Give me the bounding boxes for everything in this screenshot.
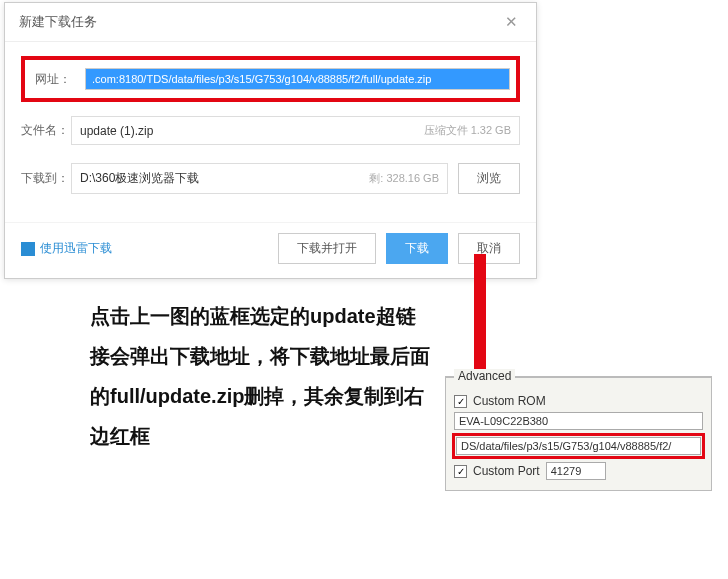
path-row: 下载到： D:\360极速浏览器下载 剩: 328.16 GB 浏览	[21, 163, 520, 194]
close-icon[interactable]: ✕	[499, 11, 524, 33]
xunlei-label: 使用迅雷下载	[40, 240, 112, 257]
custom-rom-checkbox[interactable]: ✓	[454, 395, 467, 408]
dialog-title: 新建下载任务	[19, 13, 97, 31]
custom-port-input[interactable]: 41279	[546, 462, 606, 480]
rom-path-highlight: DS/data/files/p3/s15/G753/g104/v88885/f2…	[452, 433, 705, 459]
path-label: 下载到：	[21, 170, 71, 187]
url-input[interactable]	[85, 68, 510, 90]
filename-row: 文件名： update (1).zip 压缩文件 1.32 GB	[21, 116, 520, 145]
rom-path-input[interactable]: DS/data/files/p3/s15/G753/g104/v88885/f2…	[456, 437, 701, 455]
path-hint: 剩: 328.16 GB	[369, 171, 439, 186]
custom-port-checkbox[interactable]: ✓	[454, 465, 467, 478]
rom-name-row: EVA-L09C22B380	[446, 410, 711, 432]
path-value: D:\360极速浏览器下载	[80, 170, 199, 187]
filename-value: update (1).zip	[80, 124, 153, 138]
download-button[interactable]: 下载	[386, 233, 448, 264]
browse-button[interactable]: 浏览	[458, 163, 520, 194]
url-row-highlight: 网址：	[21, 56, 520, 102]
custom-rom-label: Custom ROM	[473, 394, 546, 408]
xunlei-icon	[21, 242, 35, 256]
url-label: 网址：	[35, 71, 85, 88]
custom-port-row: ✓ Custom Port 41279	[446, 460, 711, 482]
custom-port-label: Custom Port	[473, 464, 540, 478]
filename-input[interactable]: update (1).zip 压缩文件 1.32 GB	[71, 116, 520, 145]
dialog-body: 网址： 文件名： update (1).zip 压缩文件 1.32 GB 下载到…	[5, 42, 536, 216]
dialog-titlebar: 新建下载任务 ✕	[5, 3, 536, 42]
filename-hint: 压缩文件 1.32 GB	[424, 123, 511, 138]
advanced-panel: Advanced ✓ Custom ROM EVA-L09C22B380 DS/…	[445, 376, 712, 491]
download-open-button[interactable]: 下载并打开	[278, 233, 376, 264]
rom-name-input[interactable]: EVA-L09C22B380	[454, 412, 703, 430]
path-input[interactable]: D:\360极速浏览器下载 剩: 328.16 GB	[71, 163, 448, 194]
instruction-text: 点击上一图的蓝框选定的update超链接会弹出下载地址，将下载地址最后面的ful…	[90, 296, 435, 456]
filename-label: 文件名：	[21, 122, 71, 139]
dialog-footer: 使用迅雷下载 下载并打开 下载 取消	[5, 222, 536, 278]
advanced-legend: Advanced	[454, 369, 515, 383]
xunlei-link[interactable]: 使用迅雷下载	[21, 240, 112, 257]
download-dialog: 新建下载任务 ✕ 网址： 文件名： update (1).zip 压缩文件 1.…	[4, 2, 537, 279]
custom-rom-row: ✓ Custom ROM	[446, 392, 711, 410]
